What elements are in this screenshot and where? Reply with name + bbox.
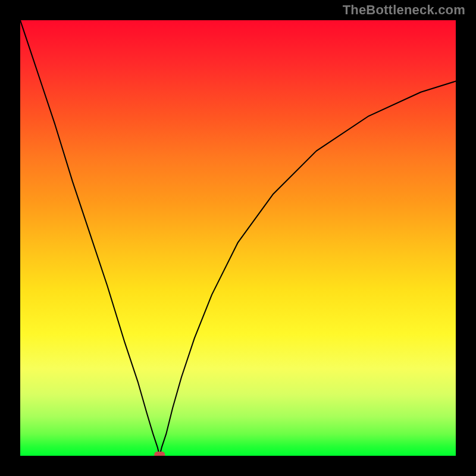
attribution-label: TheBottleneck.com xyxy=(343,2,465,18)
chart-container: TheBottleneck.com xyxy=(0,0,476,476)
min-marker xyxy=(154,452,165,456)
plot-area xyxy=(20,20,456,456)
bottleneck-curve xyxy=(20,20,456,456)
curve-layer xyxy=(20,20,456,456)
